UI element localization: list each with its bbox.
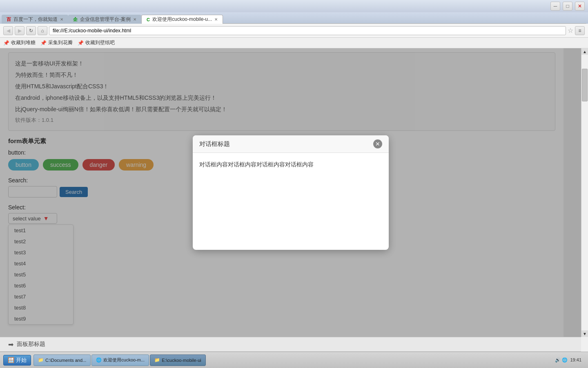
- taskbar: 🪟 开始 📁 C:\Documents and... 🌐 欢迎使用cuckoo-…: [0, 352, 588, 368]
- tab-label: 欢迎使用cuckoo-mobile-u...: [152, 16, 212, 23]
- panel-label: 面板那标题: [17, 341, 45, 348]
- modal-content: 对话框内容对话框内容对话框内容对话框内容: [199, 161, 314, 168]
- title-bar: ─ □ ✕: [0, 0, 588, 12]
- tab-bar: 百 百度一下，你就知道 ✕ 企 企业信息管理平台-案例 ✕ C 欢迎使用cuck…: [0, 12, 588, 24]
- tab-close-icon[interactable]: ✕: [60, 17, 63, 22]
- browser-chrome: ─ □ ✕ 百 百度一下，你就知道 ✕ 企 企业信息管理平台-案例 ✕ C 欢迎…: [0, 0, 588, 48]
- forward-button[interactable]: ▶: [15, 26, 24, 35]
- taskbar-icon: 📁: [38, 357, 44, 363]
- tab-cuckoo[interactable]: C 欢迎使用cuckoo-mobile-u... ✕: [141, 15, 223, 24]
- scrollbar[interactable]: ▲ ▼: [581, 48, 588, 337]
- modal-close-button[interactable]: ✕: [373, 139, 382, 148]
- tab-enterprise[interactable]: 企 企业信息管理平台-案例 ✕: [68, 15, 141, 24]
- time-display: 19:41: [570, 357, 581, 363]
- panel-bar[interactable]: ➡ 面板那标题: [0, 337, 581, 352]
- maximize-button[interactable]: □: [563, 2, 572, 11]
- tab-favicon: 百: [7, 16, 11, 22]
- bookmark-icon: 📌: [40, 40, 47, 46]
- bookmark-item-3[interactable]: 📌 收藏到壁纸吧: [78, 39, 115, 46]
- tab-label: 百度一下，你就知道: [13, 16, 58, 23]
- reload-button[interactable]: ↻: [26, 26, 36, 35]
- taskbar-label: E:\cuckoo-mobile-ui: [162, 358, 201, 363]
- tab-close-icon[interactable]: ✕: [133, 17, 136, 22]
- start-icon: 🪟: [8, 357, 14, 363]
- bookmarks-bar: 📌 收藏到堆糖 📌 采集到花瓣 📌 收藏到壁纸吧: [0, 38, 588, 48]
- systray-icons: 🔊 🌐: [555, 357, 568, 363]
- address-bar[interactable]: [49, 26, 566, 35]
- tab-label: 企业信息管理平台-案例: [80, 16, 131, 23]
- panel-icon: ➡: [8, 341, 13, 348]
- minimize-button[interactable]: ─: [550, 2, 560, 11]
- taskbar-label: C:\Documents and...: [45, 358, 86, 363]
- taskbar-label: 欢迎使用cuckoo-m...: [103, 357, 145, 363]
- scrollbar-up-button[interactable]: ▲: [581, 48, 588, 55]
- taskbar-item-2[interactable]: 🌐 欢迎使用cuckoo-m...: [91, 355, 149, 366]
- tab-close-icon[interactable]: ✕: [214, 17, 218, 22]
- tab-favicon: 企: [73, 16, 78, 22]
- tab-baidu[interactable]: 百 百度一下，你就知道 ✕: [2, 15, 68, 24]
- modal-body: 对话框内容对话框内容对话框内容对话框内容: [193, 153, 389, 243]
- taskbar-item-3[interactable]: 📁 E:\cuckoo-mobile-ui: [150, 355, 206, 366]
- bookmark-icon: 📌: [78, 40, 84, 46]
- modal-title: 对话框标题: [199, 140, 230, 148]
- taskbar-icon: 🌐: [96, 357, 102, 363]
- systray: 🔊 🌐 19:41: [555, 357, 585, 363]
- modal-dialog: 对话框标题 ✕ 对话框内容对话框内容对话框内容对话框内容: [193, 135, 389, 250]
- taskbar-item-1[interactable]: 📁 C:\Documents and...: [33, 355, 91, 366]
- taskbar-items: 📁 C:\Documents and... 🌐 欢迎使用cuckoo-m... …: [33, 355, 552, 366]
- close-button[interactable]: ✕: [575, 2, 585, 11]
- bookmark-star-icon[interactable]: ☆: [568, 27, 573, 34]
- bookmark-item-1[interactable]: 📌 收藏到堆糖: [3, 39, 36, 46]
- scrollbar-down-button[interactable]: ▼: [581, 330, 588, 337]
- modal-header: 对话框标题 ✕: [193, 135, 389, 153]
- start-button[interactable]: 🪟 开始: [3, 355, 31, 366]
- tab-favicon: C: [147, 17, 150, 22]
- menu-button[interactable]: ≡: [575, 26, 585, 35]
- bookmark-item-2[interactable]: 📌 采集到花瓣: [40, 39, 73, 46]
- home-button[interactable]: ⌂: [38, 26, 47, 35]
- start-label: 开始: [16, 357, 27, 364]
- modal-overlay: 对话框标题 ✕ 对话框内容对话框内容对话框内容对话框内容: [0, 48, 581, 337]
- nav-bar: ◀ ▶ ↻ ⌂ ☆ ≡: [0, 24, 588, 38]
- systray-time: 19:41: [570, 357, 581, 363]
- scrollbar-thumb[interactable]: [582, 69, 588, 101]
- back-button[interactable]: ◀: [3, 26, 13, 35]
- bookmark-icon: 📌: [3, 40, 9, 46]
- taskbar-icon: 📁: [154, 357, 160, 363]
